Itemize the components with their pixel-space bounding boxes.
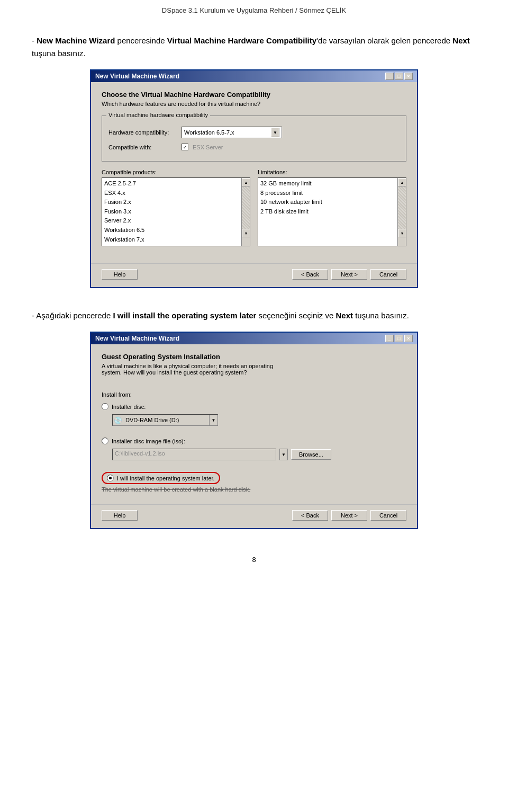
dialog2-maximize-btn[interactable]: □ [395, 335, 403, 342]
radio1-btn[interactable] [102, 403, 108, 410]
para2-before: - Aşağıdaki pencerede [32, 311, 113, 320]
radio2-label: Installer disc image file (iso): [112, 438, 185, 444]
dialog2-minimize-btn[interactable]: _ [385, 335, 394, 342]
radio1-label: Installer disc: [112, 404, 146, 410]
dvd-arrow[interactable]: ▼ [209, 415, 217, 425]
product-fusion3: Fusion 3.x [104, 207, 248, 217]
radio3-label: I will install the operating system late… [117, 475, 215, 481]
product-ws7: Workstation 7.x [104, 235, 248, 245]
radio3-highlight-wrapper: I will install the operating system late… [102, 472, 220, 484]
para2-bold1: I will install the operating system late… [113, 311, 256, 320]
products-scrollbar[interactable]: ▲ ▼ [241, 178, 250, 246]
limitations-section: Limitations: 32 GB memory limit 8 proces… [258, 169, 406, 246]
esx-checkbox[interactable]: ✓ [182, 144, 188, 150]
limitations-label: Limitations: [258, 169, 406, 175]
limits-scroll-track [398, 186, 406, 229]
two-col-lists: Compatible products: ACE 2.5-2.7 ESX 4.x… [102, 169, 406, 246]
iso-input[interactable]: C:\liblivecd-v1.2.iso [112, 449, 276, 460]
product-ws65: Workstation 6.5 [104, 226, 248, 235]
dialog2-body: Guest Operating System Installation A vi… [91, 344, 417, 501]
hardware-select-arrow[interactable]: ▼ [271, 128, 279, 137]
compatible-products-label: Compatible products: [102, 169, 250, 175]
dialog2-section-title: Guest Operating System Installation [102, 353, 406, 361]
dialog1-titlebar-buttons: _ □ × [385, 73, 413, 80]
dialog1-titlebar: New Virtual Machine Wizard _ □ × [91, 70, 417, 82]
product-fusion2: Fusion 2.x [104, 198, 248, 207]
radio2-btn[interactable] [102, 438, 108, 444]
hardware-label: Hardware compatibility: [108, 129, 177, 136]
compatible-products-section: Compatible products: ACE 2.5-2.7 ESX 4.x… [102, 169, 250, 246]
dialog2-title: New Virtual Machine Wizard [95, 335, 179, 342]
dialog1-section-title: Choose the Virtual Machine Hardware Comp… [102, 91, 406, 99]
dialog2-titlebar: New Virtual Machine Wizard _ □ × [91, 333, 417, 344]
dialog1-maximize-btn[interactable]: □ [395, 73, 403, 80]
dialog1-body: Choose the Virtual Machine Hardware Comp… [91, 82, 417, 260]
iso-value: C:\liblivecd-v1.2.iso [115, 450, 165, 457]
para2-end: tuşuna basınız. [353, 311, 409, 320]
dialog2-close-btn[interactable]: × [404, 335, 413, 342]
compatible-with-label: Compatible with: [108, 144, 177, 150]
radio3-btn[interactable] [107, 475, 114, 481]
limits-scroll-down[interactable]: ▼ [398, 229, 406, 237]
dialog1-minimize-btn[interactable]: _ [385, 73, 394, 80]
dialog2-help-btn[interactable]: Help [102, 510, 138, 521]
dvd-select[interactable]: 💿 DVD-RAM Drive (D:) ▼ [112, 414, 218, 426]
limits-scroll-up[interactable]: ▲ [398, 178, 406, 186]
products-scroll-down[interactable]: ▼ [242, 229, 250, 237]
product-ace: ACE 2.5-2.7 [104, 179, 248, 189]
limitations-items: 32 GB memory limit 8 processor limit 10 … [258, 178, 406, 217]
para1-end: tuşuna basınız. [32, 49, 86, 58]
products-scroll-up[interactable]: ▲ [242, 178, 250, 186]
hardware-select[interactable]: Workstation 6.5-7.x ▼ [182, 127, 282, 138]
dialog2-titlebar-buttons: _ □ × [385, 335, 413, 342]
limitations-scrollbar[interactable]: ▲ ▼ [397, 178, 406, 246]
dialog2-cancel-btn[interactable]: Cancel [370, 510, 406, 521]
dialog1-help-btn[interactable]: Help [102, 269, 138, 280]
dvd-label: DVD-RAM Drive (D:) [123, 417, 209, 423]
para1-mid1: penceresinde [115, 36, 167, 45]
dialog1-footer-right: < Back Next > Cancel [292, 269, 406, 280]
dialog2-next-btn[interactable]: Next > [331, 510, 367, 521]
compatible-products-listbox[interactable]: ACE 2.5-2.7 ESX 4.x Fusion 2.x Fusion 3.… [102, 177, 250, 246]
dialog1-cancel-btn[interactable]: Cancel [370, 269, 406, 280]
paragraph-1: - New Machine Wizard penceresinde Virtua… [32, 34, 476, 60]
para1-bold3: Next [452, 36, 470, 45]
radio3-highlight: I will install the operating system late… [102, 472, 220, 484]
dvd-icon: 💿 [113, 415, 123, 425]
compatible-products-items: ACE 2.5-2.7 ESX 4.x Fusion 2.x Fusion 3.… [102, 178, 250, 245]
dialog2-footer-right: < Back Next > Cancel [292, 510, 406, 521]
iso-row: C:\liblivecd-v1.2.iso ▼ Browse... [112, 449, 406, 460]
limit-disk: 2 TB disk size limit [260, 207, 404, 217]
para1-dash: - [32, 36, 37, 45]
para1-bold2: Virtual Machine Hardware Compatibility [167, 36, 316, 45]
dialog2: New Virtual Machine Wizard _ □ × Guest O… [90, 332, 418, 529]
para1-bold1: New Machine Wizard [37, 36, 115, 45]
page-header: DSpace 3.1 Kurulum ve Uygulama Rehberi /… [0, 0, 508, 19]
dialog1: New Virtual Machine Wizard _ □ × Choose … [90, 69, 418, 288]
dialog1-next-btn[interactable]: Next > [331, 269, 367, 280]
para2-after: seçeneğini seçiniz ve [256, 311, 335, 320]
dialog1-group-box: Virtual machine hardware compatibility H… [102, 115, 406, 162]
iso-select-arrow[interactable]: ▼ [279, 449, 288, 460]
dialog2-section-subtitle: A virtual machine is like a physical com… [102, 363, 406, 376]
limit-net: 10 network adapter limit [260, 198, 404, 207]
dialog1-back-btn[interactable]: < Back [292, 269, 328, 280]
iso-input-row: C:\liblivecd-v1.2.iso ▼ Browse... [112, 449, 406, 460]
page-number: 8 [32, 550, 476, 569]
radio2-row: Installer disc image file (iso): [102, 438, 406, 444]
limitations-listbox[interactable]: 32 GB memory limit 8 processor limit 10 … [258, 177, 406, 246]
dvd-row: 💿 DVD-RAM Drive (D:) ▼ [112, 414, 406, 426]
dialog1-close-btn[interactable]: × [404, 73, 413, 80]
paragraph-2: - Aşağıdaki pencerede I will install the… [32, 309, 476, 322]
para1-apostrophe: 'de varsayılan olarak gelen pencerede [316, 36, 452, 45]
dialog1-container: New Virtual Machine Wizard _ □ × Choose … [90, 69, 418, 288]
browse-btn[interactable]: Browse... [291, 449, 331, 460]
hardware-value: Workstation 6.5-7.x [184, 129, 234, 136]
dialog2-footer: Help < Back Next > Cancel [91, 504, 417, 528]
hardware-row: Hardware compatibility: Workstation 6.5-… [108, 127, 400, 138]
dialog2-back-btn[interactable]: < Back [292, 510, 328, 521]
dialog1-title: New Virtual Machine Wizard [95, 73, 179, 80]
radio1-row: Installer disc: [102, 403, 406, 410]
products-scroll-track [242, 186, 250, 229]
limit-proc: 8 processor limit [260, 189, 404, 198]
